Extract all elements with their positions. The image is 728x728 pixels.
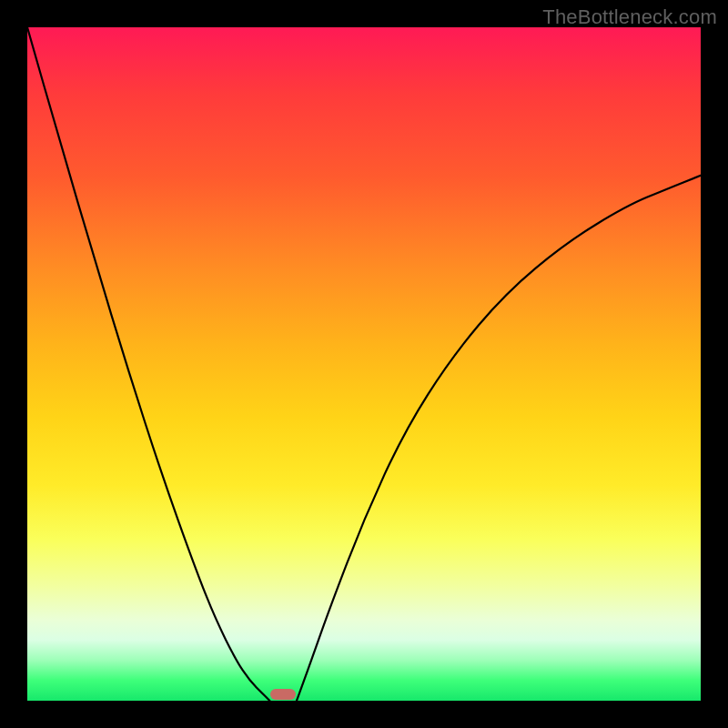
curve-layer <box>27 27 701 701</box>
chart-frame: TheBottleneck.com <box>0 0 728 728</box>
watermark-text: TheBottleneck.com <box>542 5 717 29</box>
bottleneck-marker <box>270 689 296 700</box>
left-branch-curve <box>27 27 269 701</box>
plot-area <box>27 27 701 701</box>
right-branch-curve <box>297 176 701 701</box>
